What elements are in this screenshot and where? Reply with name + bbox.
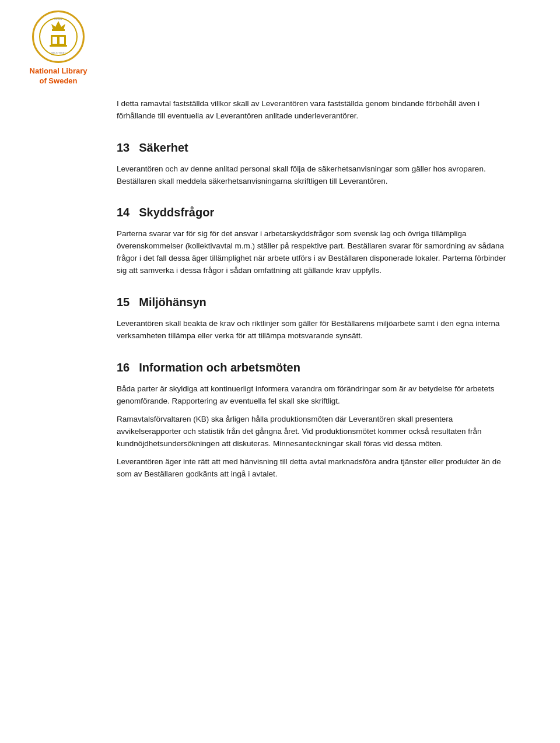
section-16-para-0: Båda parter är skyldiga att kontinuerlig… xyxy=(117,383,513,408)
svg-rect-5 xyxy=(60,37,64,44)
section-16-para-1: Ramavtalsförvaltaren (KB) ska årligen hå… xyxy=(117,413,513,450)
section-14-para-0: Parterna svarar var för sig för det ansv… xyxy=(117,228,513,277)
sections-container: 13SäkerhetLeverantören och av denne anli… xyxy=(117,139,513,481)
svg-text:· KUNGL ·: · KUNGL · xyxy=(53,17,64,20)
logo-inner: · KUNGL · · BIBLIOTEKET · xyxy=(38,16,79,57)
section-16-para-2: Leverantören äger inte rätt att med hänv… xyxy=(117,456,513,481)
section-label-16: Information och arbetsmöten xyxy=(139,359,300,376)
header: · KUNGL · · BIBLIOTEKET · National Libra… xyxy=(0,0,560,92)
section-14: 14SkyddsfrågorParterna svarar var för si… xyxy=(117,204,513,277)
svg-rect-6 xyxy=(50,45,67,47)
main-content: I detta ramavtal fastställda villkor ska… xyxy=(0,92,560,520)
logo-circle: · KUNGL · · BIBLIOTEKET · xyxy=(32,10,85,63)
section-number-13: 13 xyxy=(117,139,130,156)
section-title-13: 13Säkerhet xyxy=(117,139,513,156)
intro-paragraph: I detta ramavtal fastställda villkor ska… xyxy=(117,98,513,122)
section-number-16: 16 xyxy=(117,359,130,376)
section-title-16: 16Information och arbetsmöten xyxy=(117,359,513,376)
section-body-16: Båda parter är skyldiga att kontinuerlig… xyxy=(117,383,513,480)
section-number-14: 14 xyxy=(117,204,130,221)
section-label-15: Miljöhänsyn xyxy=(139,293,206,311)
section-title-14: 14Skyddsfrågor xyxy=(117,204,513,221)
section-body-13: Leverantören och av denne anlitad person… xyxy=(117,163,513,188)
section-15-para-0: Leverantören skall beakta de krav och ri… xyxy=(117,318,513,342)
section-13-para-0: Leverantören och av denne anlitad person… xyxy=(117,163,513,188)
svg-marker-1 xyxy=(51,21,65,30)
section-15: 15MiljöhänsynLeverantören skall beakta d… xyxy=(117,293,513,342)
section-label-14: Skyddsfrågor xyxy=(139,204,214,221)
svg-rect-4 xyxy=(52,37,57,44)
section-label-13: Säkerhet xyxy=(139,139,188,156)
section-title-15: 15Miljöhänsyn xyxy=(117,293,513,311)
svg-text:· BIBLIOTEKET ·: · BIBLIOTEKET · xyxy=(50,51,67,54)
section-body-15: Leverantören skall beakta de krav och ri… xyxy=(117,318,513,342)
svg-rect-2 xyxy=(52,29,65,31)
logo-block: · KUNGL · · BIBLIOTEKET · National Libra… xyxy=(12,10,105,86)
section-body-14: Parterna svarar var för sig för det ansv… xyxy=(117,228,513,277)
section-16: 16Information och arbetsmötenBåda parter… xyxy=(117,359,513,480)
section-number-15: 15 xyxy=(117,293,130,311)
logo-svg: · KUNGL · · BIBLIOTEKET · xyxy=(38,16,79,57)
page-container: · KUNGL · · BIBLIOTEKET · National Libra… xyxy=(0,0,560,520)
logo-name: National Library of Sweden xyxy=(30,66,88,86)
section-13: 13SäkerhetLeverantören och av denne anli… xyxy=(117,139,513,188)
